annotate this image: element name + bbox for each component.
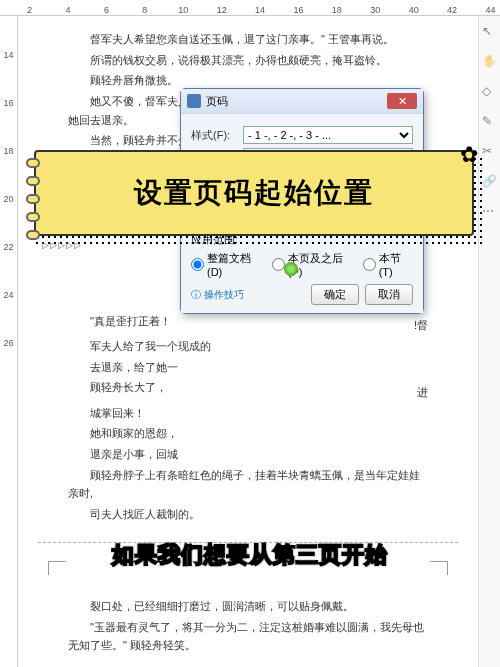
doc-line: 退亲是小事，回城 bbox=[68, 445, 428, 464]
triangles-icon: ▷▷▷▷▷ bbox=[42, 240, 82, 250]
doc-line: 顾轻舟脖子上有条暗红色的绳子，挂着半块青螭玉佩，是当年定娃娃亲时, bbox=[68, 466, 428, 503]
banner-text: 设置页码起始位置 bbox=[134, 174, 374, 212]
style-label: 样式(F): bbox=[191, 128, 239, 143]
close-button[interactable]: ✕ bbox=[387, 93, 417, 109]
cancel-button[interactable]: 取消 bbox=[365, 284, 413, 305]
cursor-tool-icon[interactable]: ↖ bbox=[482, 24, 498, 40]
flower-icon: ✿ bbox=[460, 142, 478, 168]
dialog-title: 页码 bbox=[206, 94, 228, 109]
style-select[interactable]: - 1 -, - 2 -, - 3 - ... bbox=[243, 126, 413, 144]
scope-this-label[interactable]: 本节(T) bbox=[363, 251, 413, 278]
doc-line: "玉器最有灵气了，将其一分为二，注定这桩婚事难以圆满，我先母也无知了些。" 顾轻… bbox=[68, 618, 428, 655]
mouse-cursor-icon bbox=[284, 262, 298, 276]
horizontal-ruler: 2468101214161830404244 bbox=[0, 0, 500, 16]
pen-tool-icon[interactable]: ✎ bbox=[482, 114, 498, 130]
scope-doc-label[interactable]: 整篇文档(D) bbox=[191, 251, 264, 278]
doc-line: 军夫人给了我一个现成的 bbox=[68, 337, 428, 356]
clip-tool-icon[interactable]: ✂ bbox=[482, 144, 498, 160]
scope-doc-radio[interactable] bbox=[191, 258, 204, 271]
doc-line: 城掌回来！ bbox=[68, 404, 428, 423]
ok-button[interactable]: 确定 bbox=[311, 284, 359, 305]
tips-link[interactable]: ⓘ 操作技巧 bbox=[191, 288, 244, 302]
dialog-titlebar[interactable]: 页码 ✕ bbox=[181, 89, 423, 113]
more-tool-icon[interactable]: ⋯ bbox=[482, 204, 498, 220]
dialog-icon bbox=[187, 94, 201, 108]
doc-line: 司夫人找匠人裁制的。 bbox=[68, 505, 428, 524]
caption-text: 如果我们想要从第三页开始 bbox=[112, 542, 388, 567]
doc-line: 所谓的钱权交易，说得极其漂亮，办得也颇硬亮，掩耳盗铃。 bbox=[68, 51, 428, 70]
link-tool-icon[interactable]: 🔗 bbox=[482, 174, 498, 190]
hand-tool-icon[interactable]: ✋ bbox=[482, 54, 498, 70]
notebook-rings-icon bbox=[26, 158, 40, 240]
doc-line: 她和顾家的恩怨， bbox=[68, 424, 428, 443]
doc-line: 督军夫人希望您亲自送还玉佩，退了这门亲事。" 王管事再说。 bbox=[68, 30, 428, 49]
subtitle-caption: 如果我们想要从第三页开始 bbox=[0, 540, 500, 570]
scope-after-radio[interactable] bbox=[272, 258, 285, 271]
doc-line: 去退亲，给了她一 bbox=[68, 358, 428, 377]
doc-line: 裂口处，已经细细打磨过，圆润清晰，可以贴身佩戴。 bbox=[68, 597, 428, 616]
shape-tool-icon[interactable]: ◇ bbox=[482, 84, 498, 100]
title-banner: 设置页码起始位置 bbox=[34, 150, 474, 236]
scope-this-radio[interactable] bbox=[363, 258, 376, 271]
